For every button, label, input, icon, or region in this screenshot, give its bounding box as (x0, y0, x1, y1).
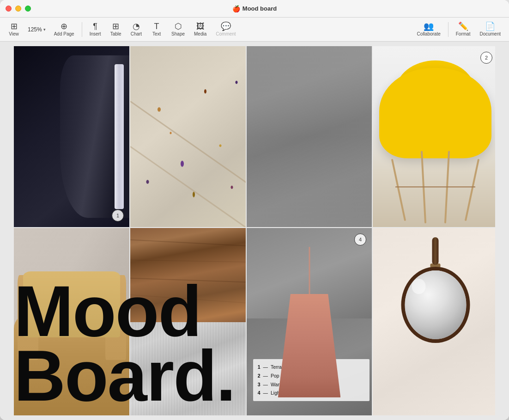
chair-crossbar (395, 186, 475, 187)
cell-concrete[interactable] (247, 46, 372, 227)
fur-texture (130, 322, 246, 415)
label-4: 4 (354, 234, 366, 246)
mirror-assembly (401, 237, 470, 343)
table-icon: ⊞ (112, 22, 119, 30)
cell-plaster[interactable]: 3 (14, 228, 129, 415)
yellow-chair-seat (379, 68, 492, 158)
concrete-overlay (247, 46, 372, 227)
add-page-icon: ⊕ (61, 22, 67, 30)
info-dash-2: — (263, 372, 268, 380)
cell-lamp[interactable]: 1 — Terrazzo Floors 2 — Pop Color 3 — Wa… (247, 228, 372, 415)
table-button[interactable]: ⊞ Table (106, 20, 126, 38)
info-dash-4: — (263, 389, 268, 397)
format-button[interactable]: ✏️ Format (451, 20, 475, 38)
zoom-arrow-icon: ▾ (43, 27, 46, 32)
text-icon: T (154, 22, 159, 30)
info-num-3: 3 (258, 380, 261, 389)
shape-button[interactable]: ⬡ Shape (167, 20, 189, 38)
cell-wood-fur[interactable] (130, 228, 246, 415)
window-title: 🍎 Mood board (232, 5, 277, 12)
terrazzo-line-1 (130, 101, 246, 227)
toolbar-divider-2 (448, 22, 448, 37)
add-page-button[interactable]: ⊕ Add Page (49, 20, 79, 38)
insert-button[interactable]: ¶ Insert (85, 20, 106, 38)
toolbar-divider-1 (82, 22, 82, 37)
chair-leg-2 (421, 151, 426, 223)
chart-icon: ◔ (133, 22, 140, 30)
mirror-circle (401, 267, 470, 343)
cell-terrazzo[interactable] (130, 46, 246, 227)
minimize-button[interactable] (15, 6, 21, 12)
cell-yellow-chair[interactable]: 2 (373, 46, 495, 227)
info-dash-3: — (263, 380, 268, 389)
document-icon: 📄 (485, 22, 495, 30)
mirror-strap (432, 237, 439, 265)
cell-dark-chair[interactable]: 1 (14, 46, 129, 227)
zoom-control[interactable]: 125% ▾ (24, 24, 49, 35)
label-2: 2 (480, 52, 492, 64)
wood-section (130, 228, 246, 322)
chair-leg-1 (391, 159, 406, 221)
info-dash-1: — (263, 363, 268, 372)
fur-section (130, 322, 246, 415)
view-icon: ⊞ (11, 22, 18, 30)
chart-button[interactable]: ◔ Chart (126, 20, 146, 38)
label-1: 1 (112, 210, 124, 222)
cell-mirror[interactable] (373, 228, 495, 415)
comment-button[interactable]: 💬 Comment (211, 20, 240, 38)
maximize-button[interactable] (25, 6, 31, 12)
text-button[interactable]: T Text (146, 20, 167, 38)
toolbar-insert-group: ¶ Insert ⊞ Table ◔ Chart T Text ⬡ Shape … (85, 20, 241, 38)
document-button[interactable]: 📄 Document (475, 20, 505, 38)
format-icon: ✏️ (458, 22, 468, 30)
chair-piping-shape (115, 64, 124, 209)
collaborate-icon: 👥 (424, 22, 434, 30)
lamp-cord (309, 247, 310, 300)
chair-leg-3 (444, 151, 450, 223)
info-num-4: 4 (258, 389, 261, 397)
info-num-1: 1 (258, 363, 261, 372)
info-num-2: 2 (258, 372, 261, 380)
terrazzo-line-2 (130, 146, 246, 227)
canvas[interactable]: 1 2 (0, 42, 509, 420)
view-button[interactable]: ⊞ View (4, 20, 24, 38)
mirror-highlight (412, 279, 425, 294)
collaborate-button[interactable]: 👥 Collaborate (412, 20, 445, 38)
insert-icon: ¶ (93, 22, 97, 30)
toolbar-right-group: 👥 Collaborate ✏️ Format 📄 Document (412, 20, 505, 38)
sofa-back (23, 271, 120, 337)
titlebar: 🍎 Mood board (0, 0, 509, 18)
moodboard-grid: 1 2 (14, 46, 495, 415)
media-icon: 🖼 (196, 22, 205, 30)
chair-leg-4 (465, 159, 479, 221)
traffic-lights (6, 6, 31, 12)
shape-icon: ⬡ (175, 22, 182, 30)
media-button[interactable]: 🖼 Media (189, 20, 211, 38)
toolbar-left-group: ⊞ View 125% ▾ ⊕ Add Page (4, 20, 79, 38)
toolbar: ⊞ View 125% ▾ ⊕ Add Page ¶ Insert ⊞ Tabl… (0, 18, 509, 42)
close-button[interactable] (6, 6, 12, 12)
app-icon: 🍎 (232, 5, 240, 12)
app-window: 🍎 Mood board ⊞ View 125% ▾ ⊕ Add Page ¶ … (0, 0, 509, 420)
comment-icon: 💬 (221, 22, 231, 30)
